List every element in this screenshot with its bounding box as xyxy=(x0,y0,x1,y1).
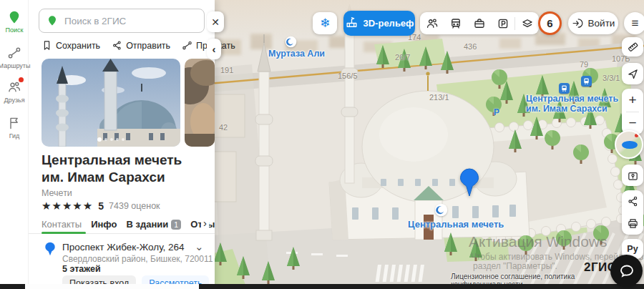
place-photo-next[interactable] xyxy=(185,59,215,147)
friends-layer-button[interactable] xyxy=(420,12,444,34)
address-chevron-icon[interactable]: ⌄ xyxy=(195,240,204,253)
preview-stadium-shape xyxy=(622,141,638,149)
house-number-label: 3/3/1 xyxy=(602,74,620,82)
winter-mode-button[interactable]: ❄ xyxy=(313,12,337,34)
bottom-edge-strip xyxy=(0,284,644,289)
layers-button[interactable] xyxy=(515,12,539,34)
map-pin-icon xyxy=(627,170,639,182)
chat-bubble-icon xyxy=(618,263,635,280)
map-label-central-mosque[interactable]: Центральная мечеть xyxy=(408,219,504,230)
friends-icon xyxy=(7,80,21,94)
close-panel-button[interactable]: ✕ xyxy=(207,11,224,32)
sidebar-item-guide[interactable]: Гид xyxy=(0,116,29,139)
reviews-count: 7439 оценок xyxy=(109,201,160,211)
sidebar-item-label: Поиск xyxy=(6,26,24,34)
left-nav-rail: Поиск Маршруты Друзья Гид xyxy=(0,0,29,289)
collapse-panel-button[interactable]: ‹ xyxy=(207,39,221,59)
active-tab-underline xyxy=(42,232,86,234)
address-street[interactable]: Проспект Жибек-Жолу, 264 xyxy=(62,242,185,253)
rating-value: 5 xyxy=(98,200,104,212)
transport-layer-button[interactable] xyxy=(444,12,467,34)
3d-preview-thumbnail xyxy=(616,132,642,157)
location-arrow-icon xyxy=(627,68,639,80)
notifications-counter-button[interactable]: 6 xyxy=(538,11,562,35)
save-label: Сохранить xyxy=(56,41,100,51)
mosque-photo-2 xyxy=(185,59,215,147)
menu-button[interactable]: ≡ xyxy=(624,12,644,34)
map-label-murtaza-ali[interactable]: Муртаза Али xyxy=(268,49,325,59)
address-floors: 5 этажей xyxy=(62,264,101,274)
share-icon xyxy=(112,40,122,51)
2gis-app: Муртаза Али 191 156/5 174 436 213/1 26/7… xyxy=(0,0,644,289)
sidebar-item-label: Маршруты xyxy=(0,62,30,69)
hamburger-icon: ≡ xyxy=(632,16,639,31)
place-category[interactable]: Мечети xyxy=(42,188,72,198)
share-label: Отправить xyxy=(126,41,170,51)
windows-activation-watermark-line3: раздел "Параметры". xyxy=(473,261,557,271)
share-print-group xyxy=(622,190,643,235)
login-button[interactable]: Войти xyxy=(568,12,618,34)
address-pin-icon xyxy=(44,242,56,256)
sidebar-item-label: Гид xyxy=(9,132,20,139)
parking-map-icon[interactable]: P xyxy=(494,107,499,117)
bus-stop-icon[interactable] xyxy=(559,83,570,94)
ruler-tool-button[interactable] xyxy=(622,37,643,57)
share-place-button[interactable]: Отправить xyxy=(112,40,170,51)
rating-stars: ★★★★★ xyxy=(42,200,93,212)
house-number-label: 191 xyxy=(220,66,233,74)
3d-relief-label: 3D-рельеф xyxy=(364,18,414,29)
route-icon xyxy=(182,40,192,51)
3d-building-icon xyxy=(345,16,358,30)
save-button[interactable]: Сохранить xyxy=(42,40,100,51)
share-button[interactable] xyxy=(622,190,643,212)
place-actions-row: Сохранить Отправить Проехать xyxy=(42,40,206,51)
photo-carousel-dots[interactable] xyxy=(97,137,125,142)
print-button[interactable] xyxy=(622,212,643,235)
show-on-map-button[interactable] xyxy=(622,165,643,186)
tab-inside-badge: 1 xyxy=(171,220,181,230)
my-location-button[interactable] xyxy=(622,63,643,84)
windows-activation-watermark: Активация Windows xyxy=(469,233,608,250)
house-number-label: 436 xyxy=(464,42,477,51)
map-layers-toolbar xyxy=(420,12,539,34)
bus-stop-label[interactable]: Центральная мечеть им. Имам Сарахси xyxy=(526,94,606,114)
mosque-crescent-icon[interactable] xyxy=(434,203,448,217)
mosque-crescent-icon[interactable] xyxy=(285,36,297,48)
house-number-label: 79 xyxy=(580,60,588,69)
3d-relief-button[interactable]: 3D-рельеф xyxy=(343,11,415,36)
zoom-controls: + − xyxy=(622,89,643,134)
search-bar[interactable] xyxy=(39,9,205,33)
tab-inside-label: В здании xyxy=(127,219,169,230)
rating-row[interactable]: ★★★★★ 5 7439 оценок xyxy=(42,200,160,212)
counter-value: 6 xyxy=(547,17,552,29)
sidebar-item-search[interactable]: Поиск xyxy=(0,10,29,34)
tab-inside[interactable]: В здании 1 xyxy=(127,219,182,230)
login-arrow-icon xyxy=(572,17,584,29)
house-number-label: 42 xyxy=(219,123,228,132)
2gis-pin-icon xyxy=(47,15,58,26)
sidebar-item-friends[interactable]: Друзья xyxy=(0,80,29,104)
bottom-edge-panel-strip xyxy=(25,284,199,289)
tab-info[interactable]: Инфо xyxy=(91,219,117,230)
tabs-more-arrow[interactable]: › xyxy=(201,217,209,229)
place-title: Центральная мечеть им. Имам Сарахси xyxy=(42,152,205,186)
ruler-icon xyxy=(627,41,639,53)
bus-stop-icon[interactable] xyxy=(581,76,592,87)
parking-layer-button[interactable] xyxy=(491,12,514,34)
chat-support-button[interactable] xyxy=(610,255,643,287)
business-layer-button[interactable] xyxy=(467,12,491,34)
flag-icon xyxy=(7,116,21,130)
selected-place-pin[interactable] xyxy=(459,167,480,197)
search-pin-icon xyxy=(7,10,21,24)
sidebar-item-routes[interactable]: Маршруты xyxy=(0,46,29,69)
search-input[interactable] xyxy=(64,16,197,26)
bus-stop-label-line2: им. Имам Сарахси xyxy=(526,104,606,114)
bookmark-icon xyxy=(42,40,52,51)
photo-carousel[interactable] xyxy=(42,59,215,147)
house-number-label: 213/1 xyxy=(429,93,449,102)
zoom-in-button[interactable]: + xyxy=(622,89,643,112)
map-canvas[interactable]: Муртаза Али 191 156/5 174 436 213/1 26/7… xyxy=(200,0,644,289)
3d-preview-button[interactable] xyxy=(615,130,643,159)
place-photo-main[interactable] xyxy=(42,59,180,147)
tab-contacts[interactable]: Контакты xyxy=(42,219,82,230)
